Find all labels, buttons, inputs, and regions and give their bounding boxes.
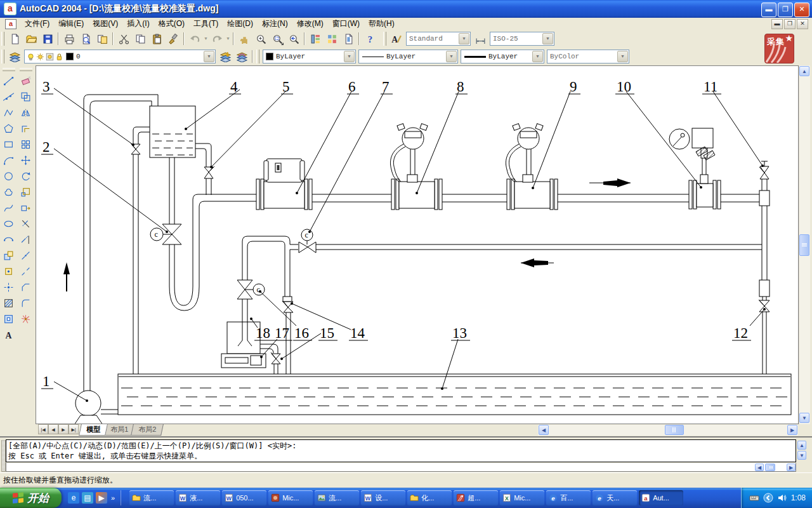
chevron-down-icon[interactable]: ▼	[459, 33, 469, 44]
command-scroll-right-icon[interactable]: ▶	[787, 464, 796, 471]
matchprop-icon[interactable]	[166, 31, 181, 46]
mdi-restore-button[interactable]: ❐	[784, 19, 796, 29]
publish-icon[interactable]	[95, 31, 110, 46]
circle-icon[interactable]	[1, 168, 17, 184]
chevron-down-icon[interactable]: ▼	[446, 51, 457, 62]
stretch-icon[interactable]	[18, 200, 34, 216]
command-drag-handle[interactable]	[1, 440, 6, 472]
chevron-down-icon[interactable]: ▼	[542, 33, 553, 44]
command-scroll-left-icon[interactable]: ◀	[755, 464, 764, 471]
volume-icon[interactable]	[777, 493, 787, 503]
menu-modify[interactable]: 修改(M)	[292, 17, 328, 30]
offset-icon[interactable]	[18, 121, 34, 137]
zoom-previous-icon[interactable]	[286, 31, 301, 46]
text-style-icon[interactable]: A	[389, 31, 404, 46]
save-icon[interactable]	[40, 31, 55, 46]
taskbar-button-Mic[interactable]: Mic...	[268, 490, 313, 505]
taskbar-button-Mic[interactable]: XMic...	[500, 490, 544, 505]
construction-line-icon[interactable]	[1, 89, 17, 105]
mdi-close-button[interactable]: ✕	[797, 19, 808, 29]
zoom-realtime-icon[interactable]	[253, 31, 268, 46]
redo-dropdown-icon[interactable]: ▼	[225, 32, 231, 46]
horizontal-scrollbar[interactable]: ◀ ▶	[538, 425, 798, 436]
close-button[interactable]: ✕	[794, 3, 809, 17]
ellipse-icon[interactable]	[1, 216, 17, 232]
preview-icon[interactable]	[78, 31, 93, 46]
break-at-point-icon[interactable]	[18, 248, 34, 264]
menu-tools[interactable]: 工具(T)	[189, 17, 223, 30]
spline-icon[interactable]	[1, 200, 17, 216]
menu-help[interactable]: 帮助(H)	[364, 17, 399, 30]
make-block-icon[interactable]	[1, 264, 17, 279]
erase-icon[interactable]	[18, 73, 34, 89]
autocad-app-icon[interactable]: a	[4, 3, 16, 15]
tab-next-icon[interactable]: ▶	[58, 424, 69, 434]
taskbar-button-液[interactable]: W液...	[176, 490, 220, 505]
menu-file[interactable]: 文件(F)	[20, 17, 54, 30]
toolbar-grip[interactable]	[1, 50, 4, 64]
taskbar-button-天[interactable]: e天...	[593, 490, 637, 505]
menu-dimension[interactable]: 标注(N)	[258, 17, 292, 30]
taskbar-button-流[interactable]: 流...	[129, 490, 174, 505]
new-icon[interactable]	[7, 31, 22, 46]
layer-manager-icon[interactable]	[7, 49, 22, 64]
chevron-down-icon[interactable]: ▼	[344, 51, 355, 62]
layer-lock-icon[interactable]	[55, 53, 63, 61]
taskbar-button-化[interactable]: 化...	[407, 490, 452, 505]
paste-icon[interactable]	[149, 31, 164, 46]
rectangle-icon[interactable]	[1, 137, 17, 152]
layer-sun-viewport-icon[interactable]	[46, 53, 54, 61]
undo-dropdown-icon[interactable]: ▼	[203, 32, 209, 46]
pan-icon[interactable]	[237, 31, 252, 46]
line-icon[interactable]	[1, 73, 17, 89]
designcenter-icon[interactable]	[324, 31, 339, 46]
chevron-down-icon[interactable]: ▼	[204, 51, 214, 62]
horizontal-scroll-thumb[interactable]	[665, 425, 684, 435]
menu-insert[interactable]: 插入(I)	[122, 17, 154, 30]
restore-button[interactable]: ❐	[778, 3, 793, 17]
drawing-canvas[interactable]: 123456789101112131415161718 c c c	[36, 65, 799, 424]
point-icon[interactable]	[1, 279, 17, 295]
lineweight-combo[interactable]: ByLayer ▼	[461, 50, 544, 64]
menu-window[interactable]: 窗口(W)	[328, 17, 364, 30]
command-history[interactable]: [全部(A)/中心点(C)/动态(D)/范围(E)/上一个(P)/比例(S)/窗…	[6, 439, 796, 462]
toolbar-grip[interactable]	[1, 32, 4, 46]
minimize-button[interactable]: ▬	[761, 3, 776, 17]
scroll-left-icon[interactable]: ◀	[539, 425, 549, 435]
break-icon[interactable]	[18, 264, 34, 279]
polygon-icon[interactable]	[1, 121, 17, 137]
open-icon[interactable]	[23, 31, 39, 46]
polyline-icon[interactable]	[1, 105, 17, 121]
revision-cloud-icon[interactable]	[1, 184, 17, 200]
taskbar-button-050[interactable]: W050...	[222, 490, 266, 505]
taskbar-button-Aut[interactable]: aAut...	[639, 490, 683, 505]
chevron-down-icon[interactable]: ▼	[617, 51, 628, 62]
tab-布局2[interactable]: 布局2	[131, 424, 164, 436]
command-scroll-thumb[interactable]	[765, 464, 775, 471]
tab-prev-icon[interactable]: ◀	[48, 424, 58, 434]
menu-draw[interactable]: 绘图(D)	[223, 17, 258, 30]
scroll-up-icon[interactable]: ▲	[799, 66, 809, 76]
help-icon[interactable]: ?	[362, 31, 377, 46]
scroll-down-icon[interactable]: ▼	[799, 413, 809, 423]
vertical-scroll-thumb[interactable]	[799, 234, 809, 256]
cut-icon[interactable]	[116, 31, 131, 46]
dim-style-combo[interactable]: ISO-25 ▼	[490, 32, 554, 46]
caiji-logo[interactable]: 采集 ★	[764, 34, 794, 64]
layer-bulb-icon[interactable]	[27, 53, 35, 61]
tab-模型[interactable]: 模型	[79, 424, 108, 436]
chamfer-icon[interactable]	[18, 279, 34, 295]
print-icon[interactable]	[62, 31, 77, 46]
insert-block-icon[interactable]	[1, 248, 17, 264]
fillet-icon[interactable]	[18, 295, 34, 311]
taskbar-button-设[interactable]: W设...	[361, 490, 405, 505]
scroll-right-icon[interactable]: ▶	[787, 425, 797, 435]
media-player-icon[interactable]: ▶	[96, 492, 107, 504]
scale-icon[interactable]	[18, 184, 34, 200]
command-scroll-down-icon[interactable]: ▼	[797, 451, 806, 460]
hatch-icon[interactable]	[1, 295, 17, 311]
rotate-icon[interactable]	[18, 168, 34, 184]
dim-style-icon[interactable]	[473, 31, 488, 46]
ellipse-arc-icon[interactable]	[1, 232, 17, 248]
layer-combo[interactable]: 0 ▼	[24, 50, 216, 64]
